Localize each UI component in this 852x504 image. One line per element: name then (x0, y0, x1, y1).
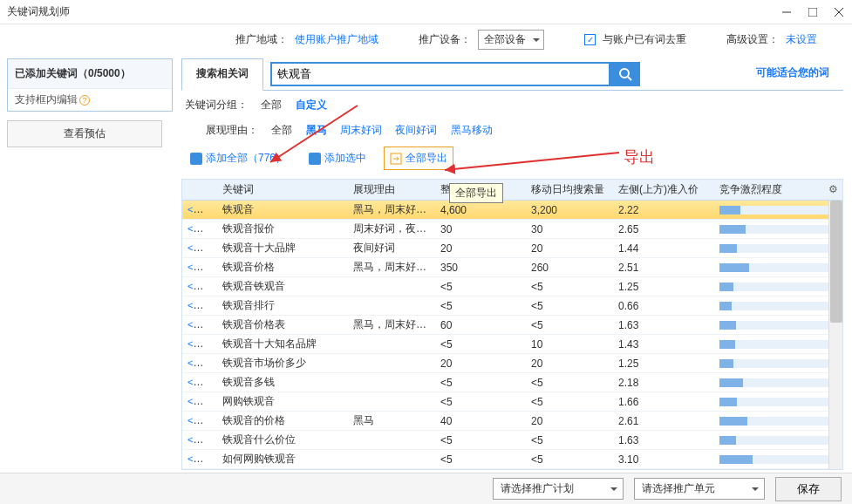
add-link[interactable]: <添加 (187, 376, 212, 388)
add-link[interactable]: <添加 (187, 337, 212, 350)
reason-blackhorse[interactable]: 黑马 (306, 124, 327, 136)
cell-keyword: 铁观音什么价位 (217, 430, 348, 450)
add-link[interactable]: <添加 (187, 242, 212, 254)
cell-mobile: 20 (526, 240, 613, 257)
table-row[interactable]: <添加铁观音报价周末好词，夜…30302.65 (182, 220, 842, 239)
dedup-checkbox[interactable]: ✓ (584, 34, 596, 45)
reason-night[interactable]: 夜间好词 (395, 124, 437, 136)
scroll-thumb[interactable] (830, 201, 842, 323)
cell-volume: 40 (435, 412, 526, 430)
cell-mobile: 20 (526, 412, 613, 430)
table-row[interactable]: <添加铁观音什么价位<5<51.63 (182, 431, 842, 450)
table-row[interactable]: <添加铁观音多钱<5<52.18 (182, 373, 842, 392)
window-title: 关键词规划师 (7, 4, 780, 19)
region-link[interactable]: 使用账户推广地域 (295, 32, 378, 47)
table-row[interactable]: <添加铁观音十大知名品牌<5101.43 (182, 335, 842, 354)
add-link[interactable]: <添加 (187, 414, 212, 426)
table-row[interactable]: <添加铁观音市场价多少20201.25 (182, 354, 842, 373)
add-link[interactable]: <添加 (187, 453, 212, 465)
search-input[interactable] (270, 62, 610, 86)
cell-mobile: 20 (526, 355, 613, 372)
col-keyword[interactable]: 关键词 (217, 180, 348, 200)
table-row[interactable]: <添加铁观音排行<5<50.66 (182, 296, 842, 316)
cell-bid: 0.66 (613, 297, 714, 315)
cell-volume: <5 (435, 278, 526, 296)
reason-blackmove[interactable]: 黑马移动 (451, 124, 493, 136)
adv-link[interactable]: 未设置 (786, 32, 817, 47)
cell-reason: 夜间好词 (348, 238, 435, 258)
group-all[interactable]: 全部 (261, 99, 282, 111)
plan-select[interactable]: 请选择推广计划 (493, 478, 624, 500)
tab-search-related[interactable]: 搜索相关词 (181, 58, 263, 91)
cell-volume: 20 (435, 240, 526, 257)
add-link[interactable]: <添加 (187, 299, 212, 311)
table-row[interactable]: <添加网购铁观音<5<51.66 (182, 392, 842, 412)
add-all-button[interactable]: 添加全部（776） (185, 147, 291, 169)
table-row[interactable]: <添加铁观音黑马，周末好…4,6003,2002.22 (182, 201, 842, 220)
cell-keyword: 铁观音排行 (217, 296, 348, 316)
add-link[interactable]: <添加 (187, 318, 212, 330)
cell-bid: 2.18 (613, 374, 714, 392)
export-all-button[interactable]: 全部导出 (384, 146, 453, 170)
col-mobile-volume[interactable]: 移动日均搜索量 (526, 180, 613, 200)
add-all-icon (190, 153, 202, 165)
cell-volume: <5 (435, 374, 526, 392)
unit-select[interactable]: 请选择推广单元 (634, 478, 765, 500)
table-row[interactable]: <添加铁观音的价格黑马40202.61 (182, 412, 842, 431)
table-row[interactable]: <添加铁观音铁观音<5<51.25 (182, 277, 842, 296)
add-link[interactable]: <添加 (187, 433, 212, 446)
edit-support-label: 支持框内编辑? (8, 89, 172, 111)
col-reason[interactable]: 展现理由 (348, 180, 435, 200)
reason-weekend[interactable]: 周末好词 (340, 124, 382, 136)
close-button[interactable] (833, 6, 845, 18)
col-bid[interactable]: 左侧(上方)准入价 (613, 180, 714, 200)
maximize-button[interactable] (807, 6, 819, 18)
col-competition[interactable]: 竞争激烈程度 (714, 180, 842, 200)
preview-button[interactable]: 查看预估 (7, 120, 162, 147)
add-link[interactable]: <添加 (187, 280, 212, 292)
tab-suggestions[interactable]: 可能适合您的词 (742, 58, 843, 90)
add-link[interactable]: <添加 (187, 203, 212, 215)
cell-bid: 2.51 (613, 259, 714, 276)
cell-competition (714, 280, 842, 294)
cell-mobile: <5 (526, 393, 613, 411)
cell-keyword: 铁观音十大知名品牌 (217, 334, 348, 354)
settings-gear-icon[interactable]: ⚙ (825, 181, 841, 197)
table-row[interactable]: <添加铁观音十大品牌夜间好词20201.44 (182, 239, 842, 258)
svg-point-4 (620, 69, 629, 78)
cell-reason: 黑马，周末好… (348, 315, 435, 335)
cell-reason (348, 342, 435, 347)
cell-keyword: 如何网购铁观音 (217, 449, 348, 469)
table-row[interactable]: <添加铁观音价格黑马，周末好…3502602.51 (182, 258, 842, 277)
table-row[interactable]: <添加铁观音价格表黑马，周末好…60<51.63 (182, 316, 842, 335)
cell-keyword: 网购铁观音 (217, 392, 348, 412)
save-button[interactable]: 保存 (775, 477, 842, 501)
svg-line-5 (628, 77, 631, 80)
cell-reason (348, 303, 435, 309)
cell-keyword: 铁观音 (217, 201, 348, 220)
cell-volume: <5 (435, 297, 526, 315)
cell-keyword: 铁观音多钱 (217, 372, 348, 392)
add-link[interactable]: <添加 (187, 222, 212, 235)
cell-competition (714, 261, 842, 275)
add-link[interactable]: <添加 (187, 261, 212, 273)
reason-all[interactable]: 全部 (271, 124, 292, 136)
group-custom[interactable]: 自定义 (296, 99, 327, 111)
add-link[interactable]: <添加 (187, 395, 212, 407)
cell-reason: 周末好词，夜… (348, 219, 435, 239)
device-select[interactable]: 全部设备 (478, 30, 544, 50)
table-header: 关键词 展现理由 整体 移动日均搜索量 左侧(上方)准入价 竞争激烈程度 (182, 180, 842, 201)
add-link[interactable]: <添加 (187, 357, 212, 369)
search-button[interactable] (610, 62, 640, 86)
minimize-button[interactable] (780, 6, 793, 18)
cell-reason: 黑马 (348, 411, 435, 431)
scrollbar-vertical[interactable] (828, 201, 842, 469)
search-icon (618, 67, 632, 81)
cell-volume: <5 (435, 336, 526, 353)
add-selected-button[interactable]: 添加选中 (303, 147, 371, 169)
cell-reason (348, 380, 435, 385)
help-icon[interactable]: ? (79, 95, 90, 106)
table-row[interactable]: <添加如何网购铁观音<5<53.10 (182, 450, 842, 469)
cell-competition (714, 299, 842, 313)
cell-keyword: 铁观音铁观音 (217, 276, 348, 296)
